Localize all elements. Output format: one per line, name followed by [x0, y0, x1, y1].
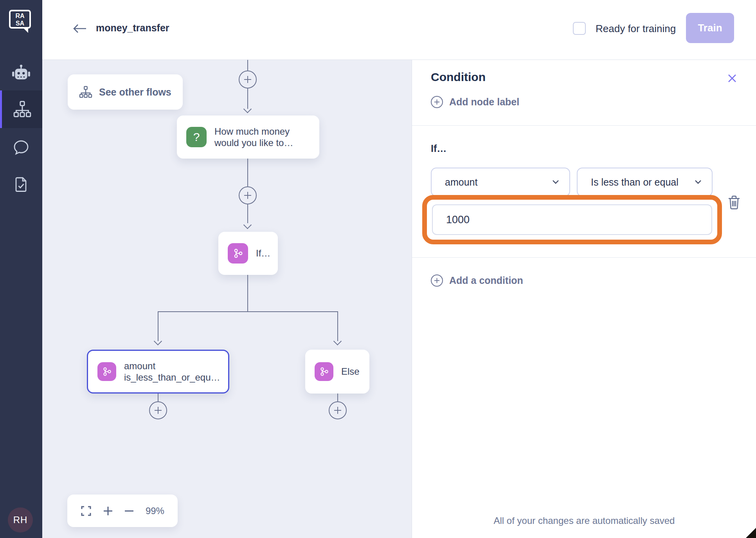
sidebar-item-conversations[interactable] — [0, 129, 42, 166]
add-condition-button[interactable]: Add a condition — [431, 274, 523, 287]
arrowhead-icon — [333, 337, 342, 345]
chevron-down-icon — [552, 180, 559, 184]
see-other-flows-button[interactable]: See other flows — [68, 74, 183, 110]
connector-line — [158, 394, 158, 401]
connector-line — [247, 159, 248, 186]
connector-line — [158, 311, 158, 341]
branch-icon — [315, 362, 333, 381]
node-label: is_less_than_or_equ… — [124, 372, 220, 383]
node-label: If… — [256, 247, 270, 259]
node-collect-info[interactable]: ? How much money would you like to… — [177, 116, 319, 159]
page-title: money_transfer — [96, 22, 169, 34]
autosave-note: All of your changes are automatically sa… — [412, 515, 756, 526]
connector-line — [247, 275, 248, 311]
rasa-logo[interactable]: RA SA — [9, 9, 31, 34]
chevron-down-icon — [695, 180, 702, 184]
arrowhead-icon — [243, 221, 252, 229]
sidebar-item-assistant[interactable] — [0, 54, 42, 92]
add-node-button[interactable] — [149, 401, 167, 419]
if-section-label: If… — [431, 143, 446, 154]
condition-operator-value: Is less than or equal — [591, 177, 679, 188]
svg-text:SA: SA — [16, 20, 25, 27]
zoom-level: 99% — [146, 506, 164, 516]
trash-icon — [727, 195, 741, 210]
connector-line — [337, 311, 338, 341]
fit-screen-button[interactable] — [81, 506, 92, 516]
fullscreen-icon — [81, 506, 92, 516]
divider — [412, 257, 756, 258]
add-node-button[interactable] — [239, 70, 257, 88]
flow-canvas[interactable]: See other flows ? How much money would y… — [42, 60, 412, 538]
add-node-button[interactable] — [329, 401, 347, 419]
sidebar-item-content[interactable] — [0, 166, 42, 203]
condition-operator-select[interactable]: Is less than or equal — [577, 168, 713, 197]
condition-variable-select[interactable]: amount — [431, 168, 570, 197]
node-label: How much money — [214, 126, 293, 137]
condition-panel: Condition Add node label If… amount Is l… — [412, 60, 756, 538]
condition-value-input[interactable] — [432, 204, 712, 235]
close-panel-button[interactable] — [726, 72, 738, 84]
node-label: amount — [124, 360, 220, 372]
add-node-label-text: Add node label — [449, 96, 519, 108]
robot-icon — [11, 63, 31, 83]
condition-variable-value: amount — [445, 177, 477, 188]
add-condition-text: Add a condition — [449, 275, 523, 286]
sitemap-icon — [13, 99, 32, 119]
node-condition-branch[interactable]: amount is_less_than_or_equ… — [87, 350, 229, 394]
top-header: money_transfer Ready for training Train — [42, 0, 756, 60]
plus-circle-icon — [431, 274, 443, 287]
sitemap-icon — [79, 85, 93, 99]
branch-icon — [228, 243, 248, 264]
plus-icon — [103, 506, 113, 516]
add-node-label-button[interactable]: Add node label — [431, 96, 519, 108]
train-button[interactable]: Train — [686, 13, 734, 43]
connector-line — [247, 60, 248, 70]
divider — [412, 125, 756, 126]
zoom-out-button[interactable] — [124, 509, 134, 513]
delete-condition-button[interactable] — [727, 195, 741, 210]
branch-icon — [97, 362, 116, 381]
minus-icon — [124, 509, 134, 513]
connector-line — [337, 394, 338, 401]
node-else-branch[interactable]: Else — [305, 350, 369, 394]
arrowhead-icon — [154, 337, 162, 345]
sidebar: RA SA — [0, 0, 42, 538]
zoom-toolbar: 99% — [67, 495, 178, 527]
add-node-button[interactable] — [239, 186, 257, 204]
document-check-icon — [12, 175, 31, 194]
close-icon — [726, 72, 738, 84]
node-if[interactable]: If… — [218, 232, 278, 275]
question-icon: ? — [186, 127, 207, 147]
ready-for-training-label: Ready for training — [596, 23, 676, 35]
see-other-flows-label: See other flows — [99, 87, 171, 98]
svg-text:RA: RA — [15, 13, 25, 19]
panel-title: Condition — [431, 70, 486, 84]
back-button[interactable] — [73, 23, 87, 34]
chat-icon — [12, 138, 31, 157]
connector-line — [158, 311, 338, 312]
back-arrow-icon — [73, 23, 87, 34]
node-label: would you like to… — [214, 137, 293, 148]
user-avatar[interactable]: RH — [8, 507, 33, 533]
sidebar-item-flows[interactable] — [0, 90, 42, 128]
arrowhead-icon — [243, 105, 252, 113]
zoom-in-button[interactable] — [103, 506, 113, 516]
plus-circle-icon — [431, 96, 443, 108]
node-label: Else — [341, 366, 360, 377]
ready-for-training-checkbox[interactable] — [573, 22, 586, 35]
